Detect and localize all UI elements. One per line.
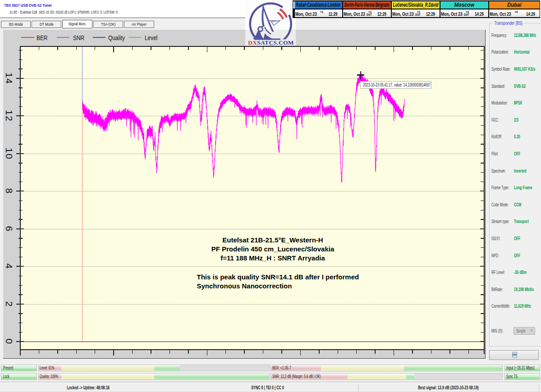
- svg-text:DXSATCS.COM: DXSATCS.COM: [248, 39, 294, 46]
